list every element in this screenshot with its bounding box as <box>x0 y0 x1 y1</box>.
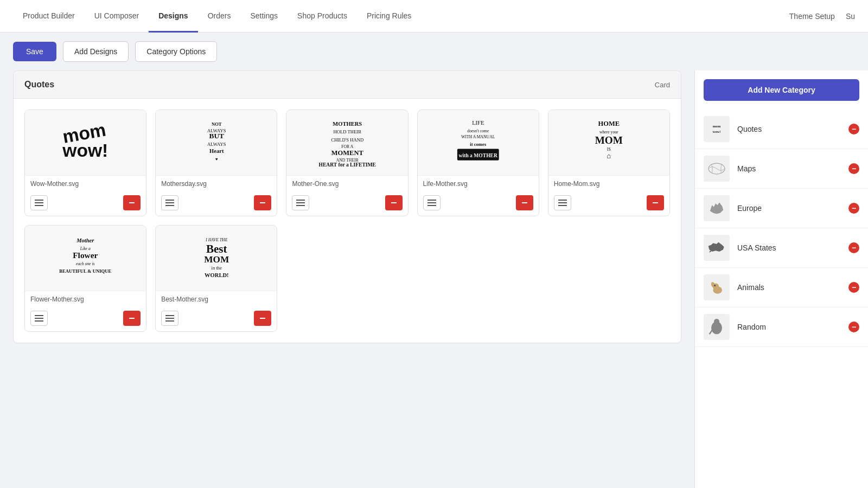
sidebar-item-animals[interactable]: Animals − <box>695 268 868 307</box>
svg-rect-43 <box>558 202 567 203</box>
design-name: Home-Mom.svg <box>548 175 669 192</box>
design-delete-button[interactable] <box>385 195 403 210</box>
svg-rect-2 <box>35 200 43 201</box>
nav-item-product-builder[interactable]: Product Builder <box>13 0 85 33</box>
sidebar-thumb-quotes: mom wow! <box>704 116 730 142</box>
main-layout: Quotes Card mom wow! Wow-Mother.svg <box>0 70 868 488</box>
remove-quotes-button[interactable]: − <box>848 124 859 134</box>
design-actions <box>156 192 277 216</box>
svg-point-70 <box>714 285 716 286</box>
svg-rect-5 <box>129 202 135 203</box>
design-thumbnail: Mother Like a Flower each one is BEAUTIF… <box>25 226 146 291</box>
svg-text:wow!: wow! <box>712 130 720 133</box>
design-name: Mother-One.svg <box>286 175 407 192</box>
svg-text:Heart: Heart <box>209 148 224 154</box>
svg-rect-12 <box>165 200 174 201</box>
sidebar-item-usa-states[interactable]: USA States − <box>695 228 868 268</box>
design-name: Wow-Mother.svg <box>25 175 146 192</box>
svg-rect-62 <box>165 320 174 322</box>
top-navigation: Product Builder UI Composer Designs Orde… <box>0 0 868 33</box>
add-designs-button[interactable]: Add Designs <box>63 41 129 62</box>
design-name: Life-Mother.svg <box>418 175 539 192</box>
design-delete-button[interactable] <box>647 195 664 210</box>
design-lines-button[interactable] <box>161 195 178 210</box>
svg-text:BUT: BUT <box>209 132 224 140</box>
category-title: Quotes <box>24 80 54 89</box>
svg-text:I HAVE THE: I HAVE THE <box>205 237 227 242</box>
view-toggle[interactable]: Card <box>655 81 670 89</box>
design-delete-button[interactable] <box>123 311 141 326</box>
nav-item-orders[interactable]: Orders <box>198 0 241 33</box>
sidebar-thumb-maps <box>704 156 730 182</box>
svg-rect-15 <box>260 202 265 203</box>
svg-rect-34 <box>427 202 436 203</box>
svg-text:MOMENT: MOMENT <box>331 149 364 157</box>
theme-setup-link[interactable]: Theme Setup <box>789 12 835 21</box>
design-delete-button[interactable] <box>254 195 271 210</box>
svg-rect-45 <box>653 202 658 203</box>
design-thumbnail: NOT ALWAYS BUT ALWAYS Heart ♥ <box>156 110 277 175</box>
nav-item-shop-products[interactable]: Shop Products <box>288 0 357 33</box>
remove-random-button[interactable]: − <box>848 322 859 332</box>
svg-text:HOME: HOME <box>598 120 620 127</box>
svg-rect-42 <box>558 200 567 201</box>
sidebar-thumb-europe <box>704 195 730 221</box>
svg-rect-52 <box>35 318 43 319</box>
remove-maps-button[interactable]: − <box>848 163 859 174</box>
svg-text:MOM: MOM <box>204 254 229 265</box>
sidebar-label-maps: Maps <box>737 164 859 173</box>
toolbar: Save Add Designs Category Options <box>0 33 868 70</box>
svg-rect-14 <box>165 205 174 206</box>
sidebar-label-animals: Animals <box>737 283 859 292</box>
svg-rect-44 <box>558 205 567 206</box>
svg-text:WITH A MANUAL: WITH A MANUAL <box>461 134 495 139</box>
sidebar-thumb-random <box>704 314 730 340</box>
remove-usa-button[interactable]: − <box>848 242 859 253</box>
svg-rect-51 <box>35 315 43 316</box>
user-avatar[interactable]: Su <box>846 12 855 21</box>
svg-text:HEART for a LIFETIME: HEART for a LIFETIME <box>318 162 375 168</box>
sidebar-item-maps[interactable]: Maps − <box>695 149 868 189</box>
design-delete-button[interactable] <box>254 311 271 326</box>
nav-right: Theme Setup Su <box>789 12 855 21</box>
sidebar-item-europe[interactable]: Europe − <box>695 189 868 228</box>
nav-item-settings[interactable]: Settings <box>240 0 288 33</box>
design-lines-button[interactable] <box>292 195 309 210</box>
svg-text:ALWAYS: ALWAYS <box>207 142 226 147</box>
sidebar-label-quotes: Quotes <box>737 125 859 133</box>
remove-animals-button[interactable]: − <box>848 282 859 293</box>
design-thumbnail: I HAVE THE Best MOM in the WORLD! <box>156 226 277 291</box>
category-options-button[interactable]: Category Options <box>135 41 217 62</box>
save-button[interactable]: Save <box>13 42 56 61</box>
design-lines-button[interactable] <box>30 195 48 210</box>
svg-rect-35 <box>427 205 436 206</box>
design-thumbnail: mom wow! <box>25 110 146 175</box>
content-area: Quotes Card mom wow! Wow-Mother.svg <box>0 70 694 488</box>
svg-text:MOM: MOM <box>595 134 623 146</box>
sidebar-label-random: Random <box>737 323 859 331</box>
design-lines-button[interactable] <box>30 311 48 326</box>
design-lines-button[interactable] <box>161 311 178 326</box>
design-lines-button[interactable] <box>423 195 441 210</box>
svg-text:WORLD!: WORLD! <box>205 272 229 278</box>
svg-rect-61 <box>165 318 174 319</box>
svg-text:♥: ♥ <box>215 157 218 162</box>
design-card: mom wow! Wow-Mother.svg <box>24 110 146 216</box>
svg-text:Mother: Mother <box>76 237 94 243</box>
svg-text:it comes: it comes <box>470 142 487 147</box>
nav-item-pricing-rules[interactable]: Pricing Rules <box>357 0 421 33</box>
svg-text:FOR A: FOR A <box>341 144 353 149</box>
remove-europe-button[interactable]: − <box>848 203 859 214</box>
sidebar-item-quotes[interactable]: mom wow! Quotes − <box>695 110 868 149</box>
design-delete-button[interactable] <box>516 195 533 210</box>
sidebar-item-random[interactable]: Random − <box>695 307 868 347</box>
add-new-category-button[interactable]: Add New Category <box>704 79 859 101</box>
nav-item-ui-composer[interactable]: UI Composer <box>85 0 149 33</box>
design-delete-button[interactable] <box>123 195 141 210</box>
svg-text:NOT: NOT <box>211 121 221 127</box>
design-actions <box>286 192 407 216</box>
design-lines-button[interactable] <box>554 195 571 210</box>
nav-item-designs[interactable]: Designs <box>149 0 197 33</box>
category-section: Quotes Card mom wow! Wow-Mother.svg <box>13 70 681 343</box>
design-actions <box>548 192 669 216</box>
